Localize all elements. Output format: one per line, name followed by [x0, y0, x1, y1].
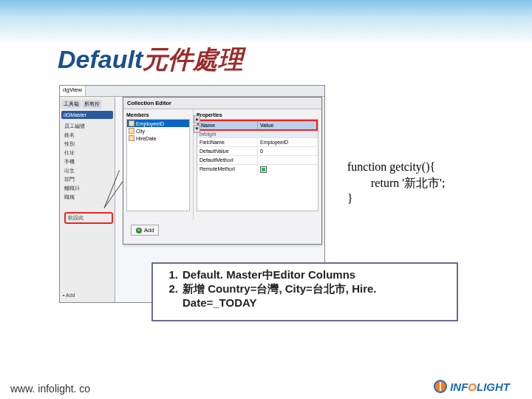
side-tabs: 工具箱 所有控 [61, 100, 113, 109]
prop-row-defaultvalue[interactable]: DefaultValue0 [197, 146, 318, 155]
member-order-arrows: ▲ ▼ [194, 115, 200, 134]
properties-label: Properties [197, 112, 318, 117]
code-line: } [347, 191, 473, 207]
plus-icon: + [136, 228, 142, 233]
logo-icon [434, 380, 447, 393]
sidebar-item[interactable]: 職稱 [64, 193, 113, 202]
prop-row-remotemethod[interactable]: RemoteMethod [197, 164, 318, 175]
logo-o-icon: O [468, 381, 477, 393]
sidebar-item[interactable]: 姓名 [64, 131, 113, 140]
title-red: 元件處理 [143, 45, 243, 73]
code-snippet: function getcity(){ return '新北市'; } [347, 159, 473, 207]
col-value: Value [257, 121, 316, 129]
member-icon [129, 128, 134, 134]
sidebar-add: ▪ Add [63, 293, 75, 298]
sidebar-item[interactable]: 手機 [64, 157, 113, 166]
property-category: infolight [197, 131, 318, 137]
instruction-item: 2. 新增 Country=台灣, City=台北市, Hire. Date=_… [160, 282, 449, 309]
prop-row-defaultmethod[interactable]: DefaultMethod [197, 155, 318, 164]
sidebar-item-highlighted[interactable]: 欲設此 [64, 212, 113, 224]
dialog-buttons: +Add [123, 220, 321, 240]
members-listbox[interactable]: EmployeeID City HireDate [126, 119, 190, 211]
code-line: return '新北市'; [347, 175, 473, 191]
member-row-employeeid[interactable]: EmployeeID [127, 120, 189, 127]
sidebar-item[interactable]: 部門 [64, 175, 113, 184]
checkbox-icon[interactable] [260, 166, 267, 173]
members-panel: Members EmployeeID City HireDate ▲ ▼ [123, 109, 194, 220]
code-line: function getcity(){ [347, 159, 473, 175]
logo-text: INFOLIGHT [450, 381, 510, 393]
ide-tab-dgview[interactable]: dgView [60, 86, 86, 96]
sidebar-item[interactable]: 住址 [64, 149, 113, 157]
sidebar-master-chip[interactable]: dGMaster [61, 111, 113, 119]
side-tab-all[interactable]: 所有控 [82, 100, 102, 109]
member-row-city[interactable]: City [127, 127, 189, 134]
sidebar-field-list: 員工編號 姓名 性別 住址 手機 出生 部門 離職日 職稱 欲設此 [61, 122, 113, 224]
prop-row-fieldname[interactable]: FieldNameEmployeeID [197, 137, 318, 146]
properties-panel: Properties Name Value infolight FieldNam… [194, 109, 321, 220]
instruction-item: 1. Default. Master中Editor Columns [160, 268, 449, 282]
member-icon [129, 120, 134, 126]
header-gradient [0, 0, 532, 44]
page-title: Default元件處理 [58, 43, 243, 77]
move-down-button[interactable]: ▼ [194, 125, 200, 133]
property-grid-header: Name Value [197, 120, 318, 131]
property-grid: Name Value infolight FieldNameEmployeeID… [197, 119, 318, 211]
side-tab-toolbox[interactable]: 工具箱 [61, 100, 81, 109]
members-label: Members [126, 112, 190, 117]
footer-url: www. infolight. co [10, 383, 90, 395]
sidebar-item[interactable]: 員工編號 [64, 122, 113, 131]
member-row-hiredate[interactable]: HireDate [127, 134, 189, 142]
instruction-list: 1. Default. Master中Editor Columns 2. 新增 … [160, 268, 449, 309]
brand-logo: INFOLIGHT [434, 380, 510, 393]
ide-tabbar: dgView [60, 86, 324, 97]
sidebar-item[interactable]: 離職日 [64, 184, 113, 193]
move-up-button[interactable]: ▲ [194, 115, 200, 123]
dialog-title: Collection Editor [123, 98, 321, 109]
instruction-box: 1. Default. Master中Editor Columns 2. 新增 … [151, 262, 458, 321]
sidebar-item[interactable]: 性別 [64, 140, 113, 149]
dialog-body: Members EmployeeID City HireDate ▲ ▼ Pro… [123, 109, 321, 220]
col-name: Name [199, 121, 257, 129]
member-icon [129, 135, 134, 141]
sidebar-item[interactable]: 出生 [64, 166, 113, 175]
collection-editor-dialog: Collection Editor Members EmployeeID Cit… [123, 97, 322, 245]
title-blue: Default [58, 45, 143, 73]
add-button[interactable]: +Add [131, 225, 159, 236]
